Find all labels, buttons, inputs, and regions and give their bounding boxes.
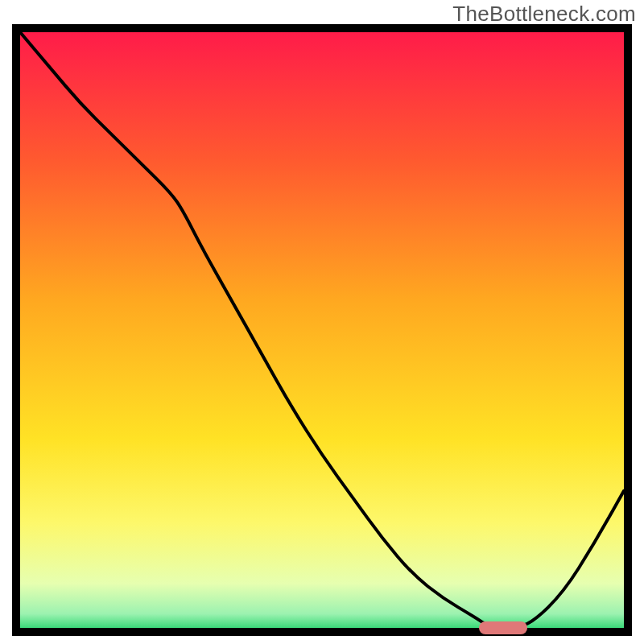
chart-svg — [12, 24, 632, 636]
watermark-text: TheBottleneck.com — [452, 2, 636, 27]
optimum-marker — [479, 621, 527, 634]
chart-frame: TheBottleneck.com — [0, 0, 644, 644]
plot-area — [12, 24, 632, 636]
chart-background — [16, 28, 628, 632]
